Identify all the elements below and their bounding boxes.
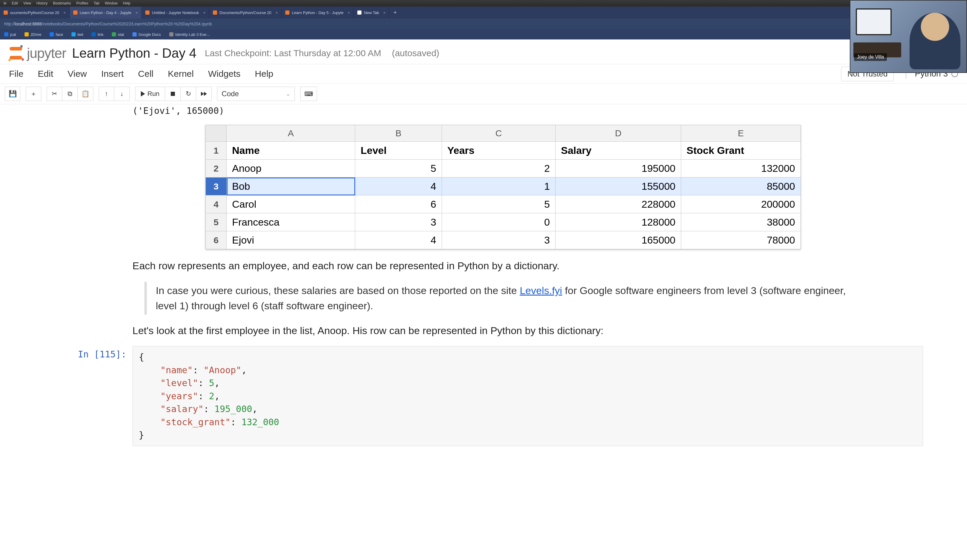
cut-button[interactable]: ✂ [47,87,62,101]
mac-menu-item[interactable]: Edit [12,1,18,5]
paste-button[interactable]: 📋 [78,87,93,101]
tab-label: Learn Python - Day 4 - Jupyte [80,10,132,15]
jupyter-toolbar: 💾 ＋ ✂ ⧉ 📋 ↑ ↓ Run ↻ Code ⌄ ⌨ [0,84,967,104]
bookmark-label: Identity Lab 3 Exe… [175,32,210,37]
jupyter-header: jupyter Learn Python - Day 4 Last Checkp… [0,40,967,64]
fast-forward-icon [201,92,207,96]
bookmark-icon [4,32,8,36]
paragraph: Each row represents an employee, and eac… [132,258,851,273]
cell: 5 [442,196,556,213]
menu-view[interactable]: View [68,69,87,79]
spreadsheet-image: A B C D E 1 Name Level Years [205,125,923,249]
command-palette-button[interactable]: ⌨ [300,87,317,101]
notebook-title[interactable]: Learn Python - Day 4 [72,46,196,61]
mac-menu-item[interactable]: Bookmarks [53,1,71,5]
move-up-button[interactable]: ↑ [99,87,114,101]
mac-menu-item[interactable]: Window [105,1,118,5]
bookmark-item[interactable]: JDrive [25,32,41,37]
bookmark-item[interactable]: Identity Lab 3 Exe… [169,32,210,37]
bookmark-label: Google Docs [139,32,161,37]
browser-tab[interactable]: Untitled - Jupyter Notebook× [142,7,209,18]
bookmark-item[interactable]: Google Docs [132,32,161,37]
copy-button[interactable]: ⧉ [62,87,78,101]
bookmark-label: jcal [10,32,16,37]
celltype-select[interactable]: Code ⌄ [217,87,295,101]
webcam-overlay: Joey de Villa [850,0,967,73]
code-cell[interactable]: In [115]: { "name": "Anoop", "level": 5,… [44,346,923,446]
bookmark-item[interactable]: stat [112,32,124,37]
restart-icon: ↻ [186,90,191,98]
favicon-icon [73,10,78,15]
new-tab-button[interactable]: + [389,7,401,18]
browser-tab[interactable]: New Tab× [354,7,389,18]
bookmark-item[interactable]: jcal [4,32,16,37]
restart-button[interactable]: ↻ [181,87,196,101]
bookmark-icon [50,32,54,36]
menu-widgets[interactable]: Widgets [208,69,240,79]
close-icon[interactable]: × [383,10,386,15]
autosaved-text: (autosaved) [392,48,439,58]
cell: 38000 [681,213,801,231]
cell: 228000 [556,196,681,213]
close-icon[interactable]: × [348,10,350,15]
run-button[interactable]: Run [135,87,165,101]
browser-tab[interactable]: Documents/Python/Course 20× [209,7,282,18]
levels-fyi-link[interactable]: Levels.fyi [520,285,562,296]
cell: Bob [227,178,355,196]
jupyter-logo[interactable]: jupyter [8,45,66,61]
bookmark-item[interactable]: twit [71,32,83,37]
interrupt-button[interactable] [165,87,181,101]
arrow-up-icon: ↑ [105,90,108,98]
menu-help[interactable]: Help [255,69,273,79]
menu-edit[interactable]: Edit [38,69,53,79]
close-icon[interactable]: × [63,10,66,15]
menu-file[interactable]: File [9,69,23,79]
cell: Anoop [227,160,355,178]
restart-run-all-button[interactable] [196,87,212,101]
bookmark-item[interactable]: link [91,32,104,37]
menu-insert[interactable]: Insert [101,69,124,79]
mac-menu-item[interactable]: View [23,1,31,5]
browser-tab[interactable]: Learn Python - Day 4 - Jupyte× [70,7,142,18]
bookmark-label: JDrive [30,32,41,37]
favicon-icon [145,10,150,15]
mac-menu-item[interactable]: Profiles [76,1,88,5]
bookmark-label: stat [118,32,124,37]
bookmark-item[interactable]: face [50,32,63,37]
close-icon[interactable]: × [135,10,138,15]
header-cell: Stock Grant [681,142,801,160]
mac-menu-item[interactable]: le [3,1,6,5]
bookmark-icon [91,32,96,36]
bookmark-icon [25,32,29,36]
table-row: 5 Francesca 3 0 128000 38000 [206,213,801,231]
markdown-cell[interactable]: Each row represents an employee, and eac… [44,258,851,338]
cell: 5 [355,160,442,178]
row-number: 5 [206,213,227,231]
save-button[interactable]: 💾 [5,87,20,101]
jupyter-menubar: File Edit View Insert Cell Kernel Widget… [0,64,967,84]
close-icon[interactable]: × [276,10,278,15]
mac-menu-item[interactable]: Tab [94,1,99,5]
table-row: 3 Bob 4 1 155000 85000 [206,178,801,196]
mac-menu-item[interactable]: History [36,1,48,5]
menu-kernel[interactable]: Kernel [168,69,194,79]
close-icon[interactable]: × [203,10,205,15]
keyboard-icon: ⌨ [304,90,313,97]
browser-tab[interactable]: ocuments/Python/Course 20× [0,7,70,18]
chevron-down-icon: ⌄ [286,91,290,97]
row-number: 6 [206,231,227,249]
mac-menu-item[interactable]: Help [123,1,130,5]
insert-cell-button[interactable]: ＋ [26,87,41,101]
arrow-down-icon: ↓ [120,90,124,98]
address-bar[interactable]: http://localhost:8888/notebooks/Document… [0,18,967,29]
scissors-icon: ✂ [52,90,57,98]
move-down-button[interactable]: ↓ [114,87,130,101]
menu-cell[interactable]: Cell [138,69,154,79]
code-input[interactable]: { "name": "Anoop", "level": 5, "years": … [132,346,923,446]
favicon-icon [3,10,8,15]
plus-icon: ＋ [30,89,37,98]
table-row: 2 Anoop 5 2 195000 132000 [206,160,801,178]
bookmark-icon [112,32,116,36]
cell: 200000 [681,196,801,213]
browser-tab[interactable]: Learn Python - Day 5 - Jupyte× [282,7,354,18]
